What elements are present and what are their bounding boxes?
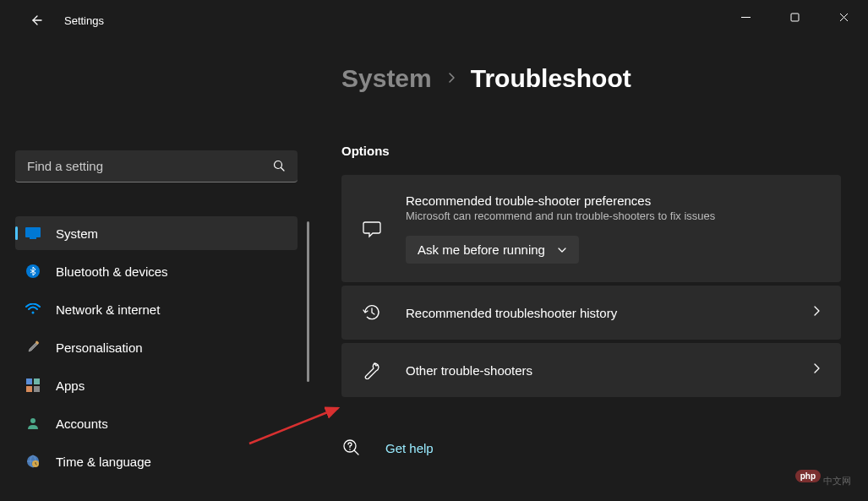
globe-clock-icon (25, 454, 41, 469)
svg-rect-0 (791, 14, 799, 21)
chevron-down-icon (557, 247, 567, 253)
nav-label: Personalisation (56, 340, 143, 355)
sidebar-item-personalisation[interactable]: Personalisation (15, 330, 298, 364)
nav-label: Apps (56, 378, 85, 393)
sidebar-item-system[interactable]: System (15, 216, 298, 250)
breadcrumb-parent[interactable]: System (341, 64, 432, 93)
sidebar-item-bluetooth[interactable]: Bluetooth & devices (15, 254, 298, 288)
help-icon (341, 438, 362, 458)
section-title: Options (341, 144, 841, 158)
card-title: Other trouble-shooters (406, 363, 789, 378)
svg-rect-2 (25, 227, 41, 237)
svg-rect-7 (26, 378, 32, 384)
sidebar-item-accounts[interactable]: Accounts (15, 406, 298, 440)
nav-label: Bluetooth & devices (56, 264, 168, 279)
card-subtitle: Microsoft can recommend and run trouble-… (406, 210, 821, 222)
chat-icon (362, 219, 382, 239)
nav-label: Accounts (56, 417, 108, 431)
minimize-icon (741, 13, 751, 22)
card-title: Recommended trouble-shooter preferences (406, 193, 821, 208)
svg-rect-8 (34, 378, 40, 384)
preference-dropdown[interactable]: Ask me before running (406, 236, 579, 264)
svg-rect-10 (34, 386, 40, 392)
wrench-icon (362, 360, 382, 380)
watermark-text: 中文网 (823, 475, 851, 487)
dropdown-value: Ask me before running (418, 242, 545, 257)
help-text: Get help (385, 441, 434, 455)
apps-icon (25, 378, 41, 393)
sidebar-item-apps[interactable]: Apps (15, 368, 298, 402)
wifi-icon (25, 302, 41, 317)
sidebar-item-time-language[interactable]: Time & language (15, 444, 298, 478)
svg-rect-9 (26, 386, 32, 392)
sidebar-scrollbar[interactable] (307, 221, 309, 382)
chevron-right-icon (447, 72, 456, 86)
card-troubleshooter-history[interactable]: Recommended troubleshooter history (341, 286, 841, 340)
svg-point-11 (30, 418, 35, 423)
nav-label: System (56, 226, 98, 241)
search-icon (273, 160, 286, 172)
watermark-badge: php (795, 470, 821, 482)
maximize-icon (790, 13, 800, 22)
svg-point-5 (32, 312, 35, 314)
card-recommended-preferences[interactable]: Recommended trouble-shooter preferences … (341, 175, 841, 282)
back-button[interactable] (19, 3, 52, 37)
search-input[interactable]: Find a setting (15, 150, 298, 182)
get-help-link[interactable]: Get help (341, 438, 841, 458)
display-icon (25, 226, 41, 241)
svg-point-17 (349, 449, 351, 450)
chevron-right-icon (812, 305, 821, 320)
close-icon (839, 13, 849, 22)
bluetooth-icon (25, 264, 41, 279)
app-title: Settings (64, 14, 104, 27)
close-button[interactable] (819, 0, 868, 34)
breadcrumb: System Troubleshoot (341, 64, 841, 93)
card-other-troubleshooters[interactable]: Other trouble-shooters (341, 343, 841, 397)
sidebar-item-network[interactable]: Network & internet (15, 292, 298, 326)
person-icon (25, 416, 41, 431)
chevron-right-icon (812, 362, 821, 378)
nav-label: Network & internet (56, 302, 160, 317)
nav-label: Time & language (56, 455, 151, 469)
back-arrow-icon (28, 13, 43, 28)
minimize-button[interactable] (721, 0, 770, 34)
paintbrush-icon (25, 340, 41, 355)
svg-rect-3 (30, 237, 36, 239)
breadcrumb-current: Troubleshoot (471, 64, 631, 93)
card-title: Recommended troubleshooter history (406, 306, 789, 320)
search-placeholder: Find a setting (27, 159, 273, 173)
history-icon (362, 302, 382, 323)
maximize-button[interactable] (770, 0, 819, 34)
